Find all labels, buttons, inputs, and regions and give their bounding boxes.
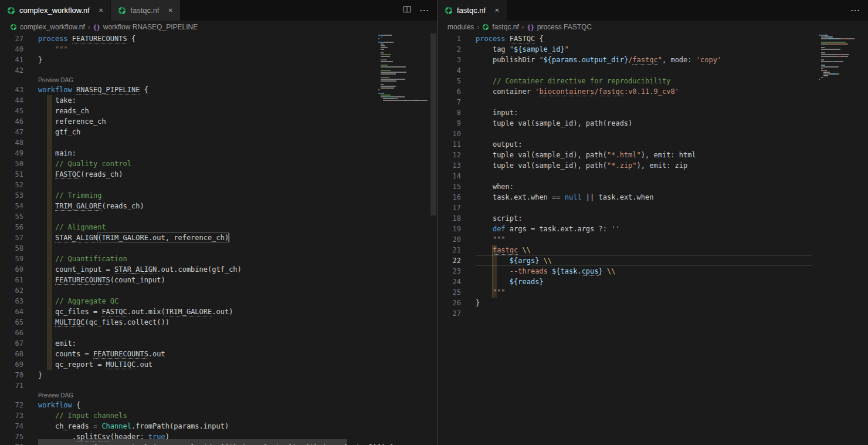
close-icon[interactable]: ✕: [494, 7, 499, 14]
editor-left[interactable]: 27process FEATURECOUNTS {40 """41}42Prev…: [0, 33, 437, 445]
code-line[interactable]: 72workflow {: [0, 400, 377, 410]
line-number[interactable]: 73: [0, 410, 26, 421]
line-number[interactable]: 44: [0, 95, 26, 106]
line-number[interactable]: 57: [0, 232, 26, 243]
code-line[interactable]: 19 def args = task.ext.args ?: '': [438, 224, 812, 234]
line-number[interactable]: 54: [0, 201, 26, 211]
code-line[interactable]: 6 container 'biocontainers/fastqc:v0.11.…: [438, 86, 812, 97]
line-number[interactable]: 45: [0, 106, 26, 116]
line-number[interactable]: 67: [0, 338, 26, 349]
line-number[interactable]: 42: [0, 65, 26, 76]
code-line[interactable]: 51 FASTQC(reads_ch): [0, 169, 377, 180]
line-number[interactable]: 19: [438, 224, 463, 234]
code-line[interactable]: 61 FEATURECOUNTS(count_input): [0, 275, 377, 285]
code-line[interactable]: 48: [0, 137, 377, 148]
code-line[interactable]: 53 // Trimming: [0, 190, 377, 201]
line-number[interactable]: 48: [0, 137, 26, 148]
line-number[interactable]: 55: [0, 211, 26, 222]
line-number[interactable]: 63: [0, 296, 26, 306]
line-number[interactable]: 4: [438, 65, 463, 76]
line-number[interactable]: 23: [438, 266, 463, 277]
code-line[interactable]: 40 """: [0, 44, 377, 55]
code-line[interactable]: 15 when:: [438, 181, 812, 192]
horizontal-scrollbar[interactable]: [0, 439, 375, 445]
code-line[interactable]: 68 counts = FEATURECOUNTS.out: [0, 349, 377, 359]
code-line[interactable]: 42: [0, 65, 377, 76]
code-line[interactable]: 17: [438, 203, 812, 213]
vertical-scrollbar[interactable]: [430, 33, 437, 445]
line-number[interactable]: 26: [438, 298, 463, 308]
code-line[interactable]: 16 task.ext.when == null || task.ext.whe…: [438, 192, 812, 203]
line-number[interactable]: 70: [0, 370, 26, 380]
code-line[interactable]: 44 take:: [0, 95, 377, 106]
line-number[interactable]: 8: [438, 107, 463, 118]
line-number[interactable]: 58: [0, 243, 26, 254]
code-line[interactable]: 41}: [0, 55, 377, 65]
code-line[interactable]: 9 tuple val(sample_id), path(reads): [438, 118, 812, 129]
line-number[interactable]: 61: [0, 275, 26, 285]
line-number[interactable]: 16: [438, 192, 463, 203]
tab-fastqc-right[interactable]: fastqc.nf ✕: [438, 0, 507, 21]
breadcrumb-symbol[interactable]: workflow RNASEQ_PIPELINE: [103, 23, 198, 31]
line-number[interactable]: 13: [438, 160, 463, 171]
code-line[interactable]: 71: [0, 380, 377, 391]
vertical-scrollbar[interactable]: [861, 33, 868, 445]
code-line[interactable]: 47 gtf_ch: [0, 127, 377, 137]
codelens-link[interactable]: Preview DAG: [38, 77, 73, 83]
line-number[interactable]: 74: [0, 421, 26, 431]
line-number[interactable]: 24: [438, 277, 463, 287]
line-number[interactable]: 14: [438, 171, 463, 181]
code-line[interactable]: 66: [0, 328, 377, 338]
code-line[interactable]: 24 ${reads}: [438, 277, 812, 287]
line-number[interactable]: 12: [438, 150, 463, 160]
code-line[interactable]: 55: [0, 211, 377, 222]
line-number[interactable]: 65: [0, 317, 26, 328]
line-number[interactable]: 50: [0, 159, 26, 169]
line-number[interactable]: 60: [0, 264, 26, 275]
line-number[interactable]: 68: [0, 349, 26, 359]
line-number[interactable]: 43: [0, 85, 26, 95]
line-number[interactable]: 62: [0, 285, 26, 296]
line-number[interactable]: 66: [0, 328, 26, 338]
line-number[interactable]: 47: [0, 127, 26, 137]
line-number[interactable]: 59: [0, 254, 26, 264]
line-number[interactable]: 22: [438, 255, 463, 266]
code-line[interactable]: 59 // Quantification: [0, 254, 377, 264]
code-line[interactable]: 26}: [438, 298, 812, 308]
code-line[interactable]: 58: [0, 243, 377, 254]
line-number[interactable]: 3: [438, 55, 463, 65]
line-number[interactable]: 10: [438, 129, 463, 139]
line-number[interactable]: 2: [438, 44, 463, 55]
code-line[interactable]: 7: [438, 97, 812, 107]
more-actions-icon[interactable]: ⋯: [850, 6, 860, 15]
code-line[interactable]: 62: [0, 285, 377, 296]
line-number[interactable]: 17: [438, 203, 463, 213]
line-number[interactable]: 25: [438, 287, 463, 298]
code-line[interactable]: 67 emit:: [0, 338, 377, 349]
line-number[interactable]: 15: [438, 181, 463, 192]
code-line[interactable]: 14: [438, 171, 812, 181]
breadcrumb-file[interactable]: complex_workflow.nf: [20, 23, 85, 31]
line-number[interactable]: 20: [438, 234, 463, 245]
code-line[interactable]: 45 reads_ch: [0, 106, 377, 116]
line-number[interactable]: 6: [438, 86, 463, 97]
code-line[interactable]: 1process FASTQC {: [438, 33, 812, 44]
code-line[interactable]: 57 STAR_ALIGN(TRIM_GALORE.out, reference…: [0, 232, 377, 243]
split-editor-icon[interactable]: [403, 5, 411, 15]
code-line[interactable]: 23 --threads ${task.cpus} \\: [438, 266, 812, 277]
more-actions-icon[interactable]: ⋯: [419, 6, 429, 15]
tab-fastqc-left[interactable]: fastqc.nf ✕: [111, 0, 181, 21]
line-number[interactable]: 56: [0, 222, 26, 232]
breadcrumb-file[interactable]: fastqc.nf: [492, 23, 518, 31]
code-line[interactable]: 8 input:: [438, 107, 812, 118]
code-line[interactable]: 27: [438, 308, 812, 319]
line-number[interactable]: 69: [0, 359, 26, 370]
code-line[interactable]: 5 // Container directive for reproducibi…: [438, 76, 812, 86]
line-number[interactable]: 9: [438, 118, 463, 129]
code-line[interactable]: 12 tuple val(sample_id), path("*.html"),…: [438, 150, 812, 160]
code-line[interactable]: 56 // Alignment: [0, 222, 377, 232]
line-number[interactable]: 46: [0, 116, 26, 127]
code-line[interactable]: 20 """: [438, 234, 812, 245]
close-icon[interactable]: ✕: [168, 7, 172, 14]
code-line[interactable]: 21 fastqc \\: [438, 245, 812, 255]
